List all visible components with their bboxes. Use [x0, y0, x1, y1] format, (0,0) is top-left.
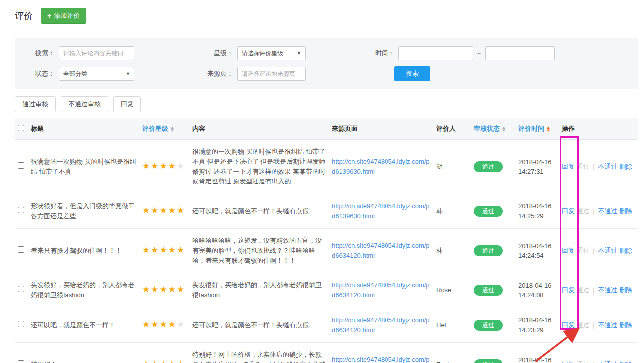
row-checkbox[interactable]	[18, 286, 24, 292]
delete-link[interactable]: 删除	[619, 163, 632, 170]
row-checkbox[interactable]	[18, 162, 24, 169]
reviews-table: 标题 评价星级▲▼ 内容 来源页面 评价人 审核状态▲▼ 评价时间▲▼ 操作 很…	[15, 118, 638, 363]
source-page-link[interactable]: http://cn.site94748054.ldyjz.com/pd61396…	[332, 202, 430, 220]
row-checkbox[interactable]	[18, 207, 24, 213]
delete-link[interactable]: 删除	[619, 207, 632, 215]
search-input[interactable]	[59, 46, 134, 60]
star-rating: ★★★★★	[142, 285, 185, 294]
star-icon: ★	[168, 320, 177, 329]
col-time-sort[interactable]: 评价时间▲▼	[515, 118, 559, 140]
filter-row-1: 搜索： 星级： 请选择评价星级 ▼ 时间： ~	[24, 46, 629, 60]
row-checkbox[interactable]	[18, 246, 24, 253]
pass-link[interactable]: 通过	[577, 163, 590, 170]
star-rating: ★★★★★	[142, 245, 185, 255]
delete-link[interactable]: 删除	[619, 361, 632, 363]
reject-link[interactable]: 不通过	[598, 286, 617, 294]
col-status-sort[interactable]: 审核状态▲▼	[471, 118, 515, 140]
reviewer-name: Rose	[433, 273, 471, 308]
time-range-separator: ~	[477, 50, 481, 57]
reply-link[interactable]: 回复	[562, 207, 575, 215]
star-icon: ★	[160, 206, 168, 215]
col-title: 标题	[28, 118, 139, 140]
header-divider	[0, 31, 644, 31]
row-checkbox[interactable]	[18, 321, 24, 327]
source-page-input[interactable]	[237, 67, 306, 81]
review-content: 很满意的一次购物 买的时候也是很纠结 怕带了不真 但是还是下决心了 但是我是后期…	[189, 140, 329, 194]
pass-link[interactable]: 通过	[577, 247, 590, 254]
select-all-checkbox[interactable]	[18, 125, 24, 131]
status-badge: 通过	[474, 285, 503, 296]
search-button[interactable]: 搜索	[394, 66, 430, 81]
star-rating: ★★★★★	[142, 359, 185, 363]
reject-link[interactable]: 不通过	[598, 163, 617, 170]
pass-link[interactable]: 通过	[577, 361, 590, 363]
chevron-down-icon: ▼	[126, 71, 130, 76]
source-page-link[interactable]: http://cn.site94748054.ldyjz.com/pd66341…	[332, 356, 430, 363]
pass-link[interactable]: 通过	[577, 207, 590, 215]
status-badge: 通过	[474, 320, 503, 331]
star-icon: ★	[142, 161, 151, 171]
col-reviewer: 评价人	[433, 118, 471, 140]
review-title: 看来只有朕才驾驭的住啊！！！	[28, 228, 139, 273]
source-page-link[interactable]: http://cn.site94748054.ldyjz.com/pd61396…	[332, 158, 430, 175]
review-time: 2018-04-16 14:27:31	[515, 140, 559, 194]
review-time: 2018-04-16 14:24:54	[515, 228, 559, 273]
delete-link[interactable]: 删除	[619, 247, 632, 254]
ops-separator: |	[593, 163, 594, 170]
col-source: 来源页面	[329, 118, 433, 140]
filter-row-2: 状态： 全部分类 ▼ 来源页： 搜索	[24, 66, 629, 81]
source-page-link[interactable]: http://cn.site94748054.ldyjz.com/pd66341…	[332, 281, 430, 299]
sort-icon: ▲▼	[170, 126, 174, 132]
pass-link[interactable]: 通过	[577, 286, 590, 294]
delete-link[interactable]: 删除	[619, 286, 632, 294]
status-select-value: 全部分类	[63, 70, 87, 78]
star-select-value: 请选择评价星级	[242, 49, 283, 58]
ops-separator: |	[593, 286, 594, 294]
status-badge: 通过	[474, 206, 503, 217]
star-icon: ★	[177, 206, 185, 215]
col-ops: 操作	[559, 118, 638, 140]
time-from-input[interactable]	[398, 46, 473, 60]
reject-link[interactable]: 不通过	[598, 361, 617, 363]
left-edge-line	[0, 38, 0, 83]
review-time: 2018-04-16 14:24:08	[515, 273, 559, 308]
reject-selected-button[interactable]: 不通过审核	[61, 96, 108, 112]
approve-selected-button[interactable]: 通过审核	[15, 96, 56, 112]
reject-link[interactable]: 不通过	[598, 207, 617, 215]
reject-link[interactable]: 不通过	[598, 321, 617, 329]
star-icon: ★	[177, 359, 185, 363]
reply-link[interactable]: 回复	[562, 247, 575, 254]
status-select[interactable]: 全部分类 ▼	[59, 67, 134, 81]
add-review-label: 添加评价	[54, 11, 80, 20]
reply-link[interactable]: 回复	[562, 163, 575, 170]
reply-link[interactable]: 回复	[562, 286, 575, 294]
reject-link[interactable]: 不通过	[598, 247, 617, 254]
col-rating-sort[interactable]: 评价星级▲▼	[139, 118, 189, 140]
star-icon: ★	[151, 359, 159, 363]
source-page-link[interactable]: http://cn.site94748054.ldyjz.com/pd66341…	[332, 242, 430, 259]
plus-icon: +	[47, 12, 51, 19]
filter-panel: 搜索： 星级： 请选择评价星级 ▼ 时间： ~ 状态： 全部分类	[15, 38, 638, 89]
source-page-link[interactable]: http://cn.site94748054.ldyjz.com/pd66341…	[332, 316, 430, 334]
time-to-input[interactable]	[485, 46, 555, 60]
star-icon: ★	[142, 359, 151, 363]
status-label: 状态：	[24, 69, 55, 78]
add-review-button[interactable]: + 添加评价	[41, 8, 86, 24]
reply-link[interactable]: 回复	[562, 361, 575, 363]
pass-link[interactable]: 通过	[577, 321, 590, 329]
status-badge: 通过	[474, 161, 503, 172]
row-checkbox[interactable]	[18, 360, 24, 363]
reviewer-name: Hel	[433, 308, 471, 342]
reply-selected-button[interactable]: 回复	[113, 96, 141, 112]
status-badge: 通过	[474, 245, 503, 256]
table-row: 特别好！ ★★★★★ 特别好！网上的价格，比实体店的确少，长款是在实体店买的，7…	[15, 342, 638, 363]
reply-link[interactable]: 回复	[562, 321, 575, 329]
star-select[interactable]: 请选择评价星级 ▼	[237, 46, 306, 60]
reviewer-name: 胡	[433, 140, 471, 194]
delete-link[interactable]: 删除	[619, 321, 632, 329]
sort-icon-active: ▲▼	[546, 126, 550, 132]
row-operations: 回复 通过 | 不通过 删除	[559, 308, 638, 342]
title-bar: 评价 + 添加评价	[0, 0, 644, 31]
star-icon: ★	[151, 245, 159, 255]
row-operations: 回复 通过 | 不通过 删除	[559, 342, 638, 363]
